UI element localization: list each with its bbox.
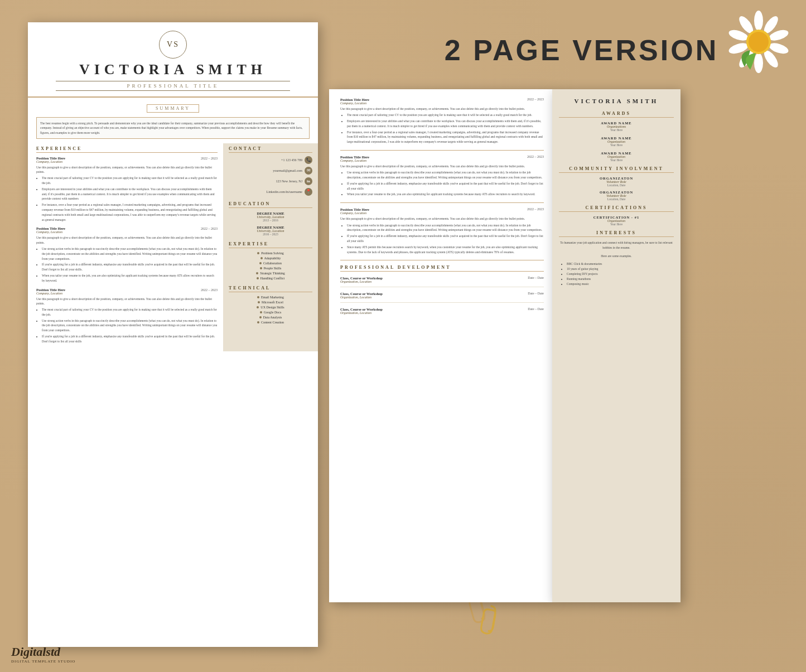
bullet: For instance, over a four-year period as… (347, 130, 544, 144)
bullet: The most crucial part of tailoring your … (347, 113, 544, 118)
tech-skill-item: Data Analysis (229, 316, 312, 319)
certifications-heading: CERTIFICATIONS (559, 205, 674, 212)
phone-icon: 📞 (305, 156, 312, 164)
job3-bullets: The most crucial part of tailoring your … (36, 307, 218, 344)
job1-company: Company, Location (36, 160, 218, 163)
tech-skill-item: Content Creation (229, 321, 312, 324)
degree2-name: DEGREE NAME (229, 225, 312, 229)
job1-title: Position Title Here (36, 156, 65, 160)
community-1: ORGANIZATON Volunteer Role Location, Dat… (559, 176, 674, 187)
bullet: Employers are interested in your abiliti… (42, 187, 218, 201)
technical-heading: TECHNICAL (229, 286, 312, 292)
resume1-title: PROFESSIONAL TITLE (56, 81, 290, 91)
p2-job3-bullets: Use strong action verbs in this paragrap… (340, 223, 544, 255)
bullet: The most crucial part of tailoring your … (42, 307, 218, 317)
p2-job2-title: Position Title Here (340, 155, 369, 159)
tech-skill-item: UX Design Skills (229, 306, 312, 309)
award-1: AWARD NAME Organizations Year Here (559, 121, 674, 132)
resume-page-2-left: Position Title Here 2022 – 2023 Company,… (329, 89, 552, 602)
interest-item: BBC Click & documentaries (567, 262, 674, 267)
dev3-title: Class, Course or Workshop (340, 307, 528, 311)
cert1-name: CERTIFICATION - #1 (559, 215, 674, 219)
resume-page-1: VS VICTORIA SMITH PROFESSIONAL TITLE SUM… (28, 22, 318, 647)
bullet: If you're applying for a job in a differ… (347, 234, 544, 244)
job2-desc: Use this paragraph to give a short descr… (36, 235, 218, 245)
daisy-decoration (722, 6, 789, 72)
address-value: 123 New Jersey, NJ (276, 180, 302, 183)
award-3: AWARD NAME Organization Year Here (559, 151, 674, 162)
p2-job3-desc: Use this paragraph to give a short descr… (340, 216, 544, 221)
contact-phone: +1 123 456 789 📞 (229, 156, 312, 164)
job-entry-1: Position Title Here 2022 – 2023 Company,… (36, 156, 218, 223)
dev1-title: Class, Course or Workshop (340, 276, 528, 280)
contact-heading: CONTACT (229, 146, 312, 153)
community-heading: COMMUNITY INVOLVMENT (559, 166, 674, 173)
svg-point-5 (754, 53, 763, 73)
experience-column: EXPERIENCE Position Title Here 2022 – 20… (28, 143, 223, 351)
linkedin-value: Linkedin.com/in/username (267, 190, 302, 194)
resume1-header: VS VICTORIA SMITH PROFESSIONAL TITLE (28, 22, 318, 98)
community2-location-date: Location, Date (559, 197, 674, 201)
bullet: If you're applying for a job in a differ… (42, 334, 218, 344)
bullet: Use strong action verbs in this paragrap… (347, 223, 544, 233)
awards-heading: AWARDS (559, 111, 674, 118)
dev2-org: Organization, Location (340, 296, 528, 299)
dev-entry-2: Class, Course or Workshop Organization, … (340, 292, 544, 303)
bullet: If you're applying for a job in a differ… (42, 262, 218, 272)
award2-name: AWARD NAME (559, 136, 674, 140)
degree-2: DEGREE NAME University, Location 2016 – … (229, 225, 312, 236)
community1-org: ORGANIZATON (559, 176, 674, 180)
resume2-right-content: VICTORIA SMITH AWARDS AWARD NAME Organiz… (552, 89, 680, 296)
contact-email: yourmail@gmail.com ✉ (229, 167, 312, 175)
job1-desc: Use this paragraph to give a short descr… (36, 165, 218, 175)
bullet: Use strong action verbs in this paragrap… (347, 170, 544, 180)
monogram: VS (159, 31, 187, 59)
resume1-body: EXPERIENCE Position Title Here 2022 – 20… (28, 143, 318, 351)
dev3-date: Date – Date (528, 307, 544, 315)
divider (340, 260, 544, 260)
bullet: Since many ATS permit this because recru… (347, 245, 544, 255)
p2-job1-title: Position Title Here (340, 98, 369, 101)
job2-title: Position Title Here (36, 226, 65, 230)
p2-job-entry-1: Position Title Here 2022 – 2023 Company,… (340, 98, 544, 144)
p2-job2-company: Company, Location (340, 159, 544, 162)
interests-list: BBC Click & documentaries 10 years of gu… (559, 262, 674, 286)
education-heading: EDUCATION (229, 201, 312, 208)
p2-job-entry-3: Position Title Here 2022 – 2023 Company,… (340, 207, 544, 254)
sidebar-column: CONTACT +1 123 456 789 📞 yourmail@gmail.… (223, 143, 318, 351)
p2-job3-date: 2022 – 2023 (527, 207, 544, 211)
tech-skill-item: Google Docs (229, 311, 312, 314)
logo-area: Digitalstd DIGITAL TEMPLATE STUDIO (11, 645, 75, 664)
p2-job-entry-2: Position Title Here 2022 – 2023 Company,… (340, 155, 544, 197)
interest-item: Composing music (567, 282, 674, 287)
bullet: If you're applying for a job in a differ… (347, 181, 544, 191)
job-entry-2: Position Title Here 2022 – 2023 Company,… (36, 226, 218, 283)
p2-job1-date: 2022 – 2023 (527, 98, 544, 101)
interests-description: To humanize your job application and con… (559, 240, 674, 250)
divider (340, 150, 544, 151)
expertise-skills: Problem Solving Adaptability Collaborati… (229, 252, 312, 280)
interest-item: 10 years of guitar playing (567, 267, 674, 272)
tech-skill-item: Email Marketing (229, 296, 312, 299)
dev-entry-1: Class, Course or Workshop Organization, … (340, 276, 544, 287)
dev-entry-3: Class, Course or Workshop Organization, … (340, 307, 544, 318)
resume2-left-content: Position Title Here 2022 – 2023 Company,… (329, 89, 552, 331)
degree1-date: 2013 – 2016 (229, 219, 312, 222)
skill-item: Problem Solving (229, 252, 312, 255)
job3-date: 2022 – 2023 (201, 288, 218, 292)
divider (340, 202, 544, 203)
award1-name: AWARD NAME (559, 121, 674, 125)
degree1-name: DEGREE NAME (229, 211, 312, 215)
award2-year: Year Here (559, 143, 674, 147)
svg-point-11 (749, 32, 769, 52)
bullet: When you tailor your resume to the job, … (347, 192, 544, 197)
dev1-date: Date – Date (528, 276, 544, 283)
community2-org: ORGANIZATON (559, 190, 674, 194)
summary-text: The best resumes begin with a strong pit… (36, 117, 310, 139)
bullet: Use strong action verbs in this paragrap… (42, 318, 218, 333)
interest-item: Completing DIY projects (567, 272, 674, 277)
experience-heading: EXPERIENCE (36, 146, 218, 153)
bullet: For instance, over a four-year period as… (42, 202, 218, 222)
expertise-heading: EXPERTISE (229, 241, 312, 248)
skill-item: People Skills (229, 267, 312, 270)
